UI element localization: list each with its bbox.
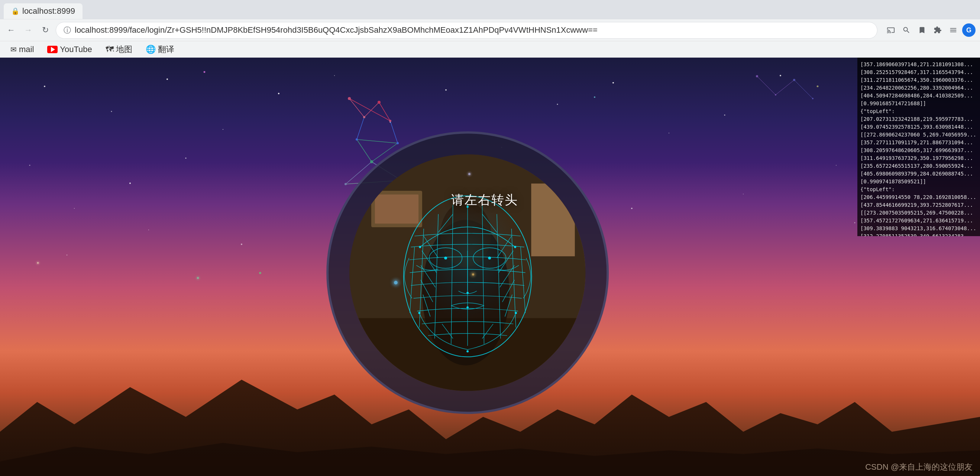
bookmark-youtube-label: YouTube [60,45,92,54]
address-bar-row: ← → ↻ ⓘ localhost:8999/face/login/Zr+GSH… [0,19,980,41]
debug-line: [309.3839883 9043213,316.674073048... [860,225,977,232]
svg-point-103 [419,246,421,248]
browser-chrome: 🔒 localhost:8999 ← → ↻ ⓘ localhost:8999/… [0,0,980,58]
debug-line: [207.02731323242188,219.595977783... [860,115,977,123]
bookmark-translate-label: 翻译 [158,44,174,55]
face-mesh-svg [329,134,606,412]
instruction-text: 请左右转头 [451,192,518,209]
debug-line: [0.9909741878509521]] [860,178,977,185]
debug-line: {"topLeft": [860,185,977,193]
debug-line: [311.2711811065674,350.1960003376... [860,76,977,84]
svg-point-9 [334,75,335,76]
svg-point-31 [594,96,595,98]
cast-button[interactable] [884,24,897,37]
translate-icon: 🌐 [146,45,156,54]
debug-panel: [357.1869060397148,271.2181091308...[308… [858,58,980,236]
svg-point-18 [836,165,837,166]
sidebar-button[interactable] [947,24,960,37]
debug-line: [405.6980609893799,284.0269088745... [860,170,977,178]
svg-line-38 [349,99,390,121]
tab-bar: 🔒 localhost:8999 [0,0,980,19]
svg-point-27 [854,222,856,224]
watermark: CSDN @来自上海的这位朋友 [865,462,972,473]
bookmarks-bar: ✉ mail YouTube 🗺 地图 🌐 翻译 [0,41,980,57]
debug-line: [[273.20075035095215,269.47500228... [860,209,977,217]
svg-point-14 [612,82,614,84]
zoom-button[interactable] [900,24,913,37]
svg-point-6 [129,182,131,184]
svg-point-15 [668,133,669,134]
bookmark-youtube[interactable]: YouTube [44,43,95,56]
bookmark-translate[interactable]: 🌐 翻译 [143,42,177,56]
svg-line-57 [776,80,794,95]
bookmark-maps-label: 地图 [116,44,132,55]
svg-point-99 [444,257,447,260]
debug-line: [357.1869060397148,271.2181091308... [860,61,977,69]
debug-line: [357.2771117091179,271.8867731094... [860,139,977,147]
svg-point-49 [377,101,380,104]
svg-point-21 [148,230,149,230]
svg-point-50 [389,120,391,122]
back-button[interactable]: ← [5,24,18,37]
svg-point-22 [241,244,242,245]
svg-point-26 [743,194,744,195]
svg-point-100 [488,257,491,260]
svg-point-3 [223,129,223,130]
svg-point-106 [515,312,517,314]
debug-line: [[272.8690624237060 5,269.74056959... [860,131,977,139]
glow-dot-2 [472,273,474,276]
glow-dot-3 [468,173,471,175]
svg-point-61 [793,79,795,81]
constellation-right [683,58,831,169]
svg-point-102 [466,307,469,309]
debug-line: [0.9901685714721688]] [860,100,977,107]
debug-line: {"topLeft": [860,107,977,115]
avatar-initial: G [966,26,972,34]
bookmark-button[interactable] [915,24,929,37]
svg-point-13 [557,104,558,105]
svg-point-4 [29,165,30,166]
extensions-button[interactable] [931,24,944,37]
svg-line-58 [794,80,813,99]
face-circle [326,131,609,414]
svg-point-5 [74,208,75,209]
debug-line: [308.20597648620605,317.699663937... [860,147,977,154]
svg-point-60 [775,94,776,96]
bookmark-maps[interactable]: 🗺 地图 [103,42,135,56]
reload-button[interactable]: ↻ [39,24,52,37]
youtube-icon [47,46,57,53]
debug-line: [308.2525157928467,317.1165543794... [860,69,977,76]
glow-dot-5 [37,262,39,264]
svg-point-1 [111,111,112,112]
svg-point-47 [348,97,351,100]
face-circle-container [326,131,609,414]
svg-point-104 [514,246,516,248]
svg-point-25 [631,208,633,209]
debug-line: [357.45721727609634,271.636415719... [860,217,977,225]
svg-point-59 [756,75,758,77]
svg-point-105 [418,312,420,314]
bookmark-mail-label: mail [19,45,34,54]
svg-line-36 [364,102,379,117]
mail-icon: ✉ [10,45,17,54]
svg-point-7 [185,158,186,159]
svg-line-35 [349,99,364,117]
debug-line: [235.65722465515137,280.590055924... [860,162,977,170]
bookmark-mail[interactable]: ✉ mail [8,43,37,56]
address-bar[interactable]: ⓘ localhost:8999/face/login/Zr+GSH5!!nDM… [56,22,877,39]
glow-dot-4 [197,277,199,279]
url-text: localhost:8999/face/login/Zr+GSH5!!nDMJP… [75,25,598,35]
svg-point-2 [167,78,168,80]
svg-point-62 [812,98,813,99]
svg-line-56 [757,76,776,95]
svg-point-20 [67,254,68,256]
svg-point-107 [466,350,469,353]
debug-line: [234.2648220062256,280.3392004964... [860,84,977,92]
main-viewport: 请左右转头 [0,58,980,476]
active-tab[interactable]: 🔒 localhost:8999 [4,3,83,19]
profile-avatar[interactable]: G [962,24,975,37]
forward-button[interactable]: → [22,24,35,37]
svg-point-0 [44,86,45,87]
debug-line: [311.6491937637329,350.1977956298... [860,154,977,162]
maps-icon: 🗺 [105,45,114,54]
